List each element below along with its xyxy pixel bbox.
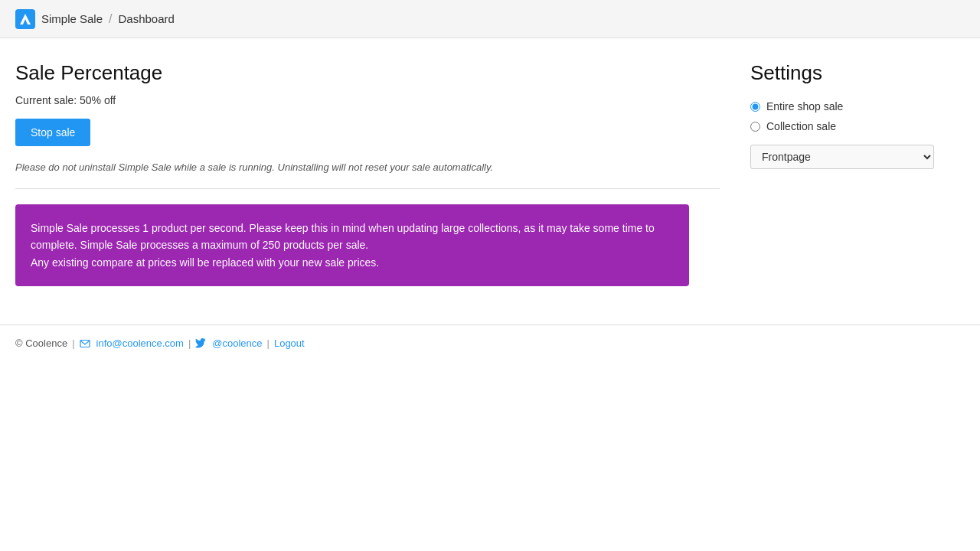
collection-sale-radio[interactable] xyxy=(750,122,760,132)
topbar: Simple Sale / Dashboard xyxy=(0,0,980,38)
footer: © Coolence | info@coolence.com | @coolen… xyxy=(0,324,980,361)
collection-sale-label: Collection sale xyxy=(766,120,836,132)
right-panel: Settings Entire shop sale Collection sal… xyxy=(750,61,965,286)
current-sale-text: Current sale: 50% off xyxy=(15,94,720,106)
main-layout: Sale Percentage Current sale: 50% off St… xyxy=(0,38,980,302)
footer-copyright: © Coolence xyxy=(15,337,67,349)
sale-percentage-title: Sale Percentage xyxy=(15,61,720,85)
left-panel: Sale Percentage Current sale: 50% off St… xyxy=(15,61,720,286)
logo-icon xyxy=(15,9,35,29)
divider-top xyxy=(15,188,720,189)
info-box: Simple Sale processes 1 product per seco… xyxy=(15,204,689,286)
breadcrumb-separator: / xyxy=(109,12,112,26)
twitter-icon xyxy=(195,338,206,349)
logout-link[interactable]: Logout xyxy=(274,337,305,349)
email-link[interactable]: info@coolence.com xyxy=(96,337,184,349)
info-message: Simple Sale processes 1 product per seco… xyxy=(31,222,655,269)
twitter-link[interactable]: @coolence xyxy=(212,337,262,349)
footer-sep-2: | xyxy=(188,337,191,349)
collection-select[interactable]: Frontpage All Products Summer Sale xyxy=(750,145,934,169)
sale-type-radio-group: Entire shop sale Collection sale xyxy=(750,100,965,132)
footer-sep-1: | xyxy=(72,337,74,349)
app-logo: Simple Sale xyxy=(15,9,103,29)
entire-shop-label: Entire shop sale xyxy=(766,100,843,112)
email-icon xyxy=(80,338,90,349)
footer-sep-3: | xyxy=(267,337,270,349)
stop-sale-button[interactable]: Stop sale xyxy=(15,119,90,146)
entire-shop-radio[interactable] xyxy=(750,102,760,112)
warning-text: Please do not uninstall Simple Sale whil… xyxy=(15,161,720,173)
page-title: Dashboard xyxy=(119,12,175,25)
entire-shop-radio-label[interactable]: Entire shop sale xyxy=(750,100,965,112)
collection-sale-radio-label[interactable]: Collection sale xyxy=(750,120,965,132)
app-name: Simple Sale xyxy=(41,12,103,25)
settings-title: Settings xyxy=(750,61,965,85)
